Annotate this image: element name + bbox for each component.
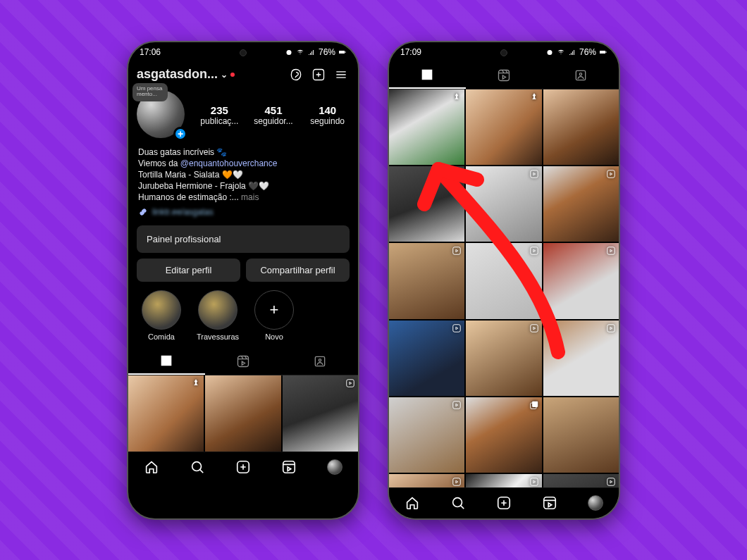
svg-rect-31: [607, 478, 615, 486]
username-dropdown[interactable]: asgatasdon... ⌄: [137, 67, 282, 82]
reels-badge-icon: [452, 169, 462, 179]
post-tile[interactable]: [543, 243, 619, 318]
highlight-new[interactable]: + Novo: [252, 290, 296, 341]
battery-icon: [599, 48, 607, 56]
svg-rect-1: [339, 51, 345, 54]
share-profile-button[interactable]: Compartilhar perfil: [246, 259, 350, 282]
post-tile[interactable]: [466, 397, 541, 473]
bio-more-link[interactable]: mais: [241, 192, 259, 202]
bio-line: Tortilla Maria - Sialata 🧡🤍: [138, 169, 348, 180]
svg-rect-22: [607, 247, 615, 255]
post-tile[interactable]: [466, 89, 541, 165]
reels-badge-icon: [452, 477, 462, 487]
svg-point-32: [452, 498, 462, 507]
reels-badge-icon: [606, 477, 616, 487]
post-tile[interactable]: [466, 474, 541, 487]
camera-notch: [500, 49, 507, 56]
tab-reels[interactable]: [205, 348, 282, 375]
nav-home-icon[interactable]: [144, 459, 159, 475]
professional-dashboard-button[interactable]: Painel profissional: [137, 225, 350, 253]
svg-rect-20: [453, 247, 461, 255]
profile-avatar[interactable]: Um pensa mento... +: [137, 90, 187, 141]
svg-rect-18: [530, 170, 538, 178]
highlight-item[interactable]: Travessuras: [196, 290, 240, 341]
post-tile[interactable]: [128, 375, 204, 451]
wifi-icon: [557, 48, 565, 56]
post-tile[interactable]: [389, 474, 464, 487]
reels-badge-icon: [529, 477, 539, 487]
svg-point-8: [192, 462, 201, 471]
reels-badge-icon: [452, 400, 462, 410]
nav-home-icon[interactable]: [405, 495, 420, 511]
stat-posts[interactable]: 235 publicaç...: [197, 104, 242, 126]
tab-grid[interactable]: [389, 62, 466, 89]
stat-label: seguidor...: [252, 116, 296, 126]
tagged-icon: [574, 68, 588, 82]
bio-line: Duas gatas incríveis 🐾: [138, 147, 348, 158]
post-tile[interactable]: [466, 166, 541, 242]
edit-profile-button[interactable]: Editar perfil: [137, 259, 240, 282]
add-story-icon[interactable]: +: [173, 127, 187, 141]
post-tile[interactable]: [389, 243, 464, 318]
svg-rect-13: [606, 51, 607, 53]
post-tile[interactable]: [205, 375, 280, 451]
post-tile[interactable]: [543, 397, 619, 473]
phone-right: 17:09 76%: [388, 41, 620, 520]
post-tile[interactable]: [389, 321, 464, 396]
nav-search-icon[interactable]: [450, 495, 466, 511]
nav-reels-icon[interactable]: [542, 495, 557, 511]
svg-rect-26: [453, 402, 461, 409]
pin-icon: [529, 92, 539, 102]
tab-reels[interactable]: [466, 62, 543, 89]
wifi-icon: [296, 48, 304, 56]
tab-grid[interactable]: [128, 348, 205, 375]
nav-search-icon[interactable]: [190, 459, 205, 475]
stat-label: seguindo: [305, 116, 350, 126]
link-icon: [138, 207, 148, 217]
nav-create-icon[interactable]: [235, 459, 251, 475]
tab-tagged[interactable]: [542, 62, 619, 89]
svg-rect-17: [453, 170, 461, 178]
threads-icon[interactable]: [288, 66, 304, 83]
highlight-label: Comida: [140, 332, 183, 341]
bottom-nav: [389, 487, 619, 518]
post-tile[interactable]: [543, 321, 619, 396]
bio-mention-link[interactable]: @enquantohouverchance: [180, 158, 278, 168]
pin-icon: [191, 378, 201, 388]
post-tile[interactable]: [389, 89, 464, 165]
post-tile[interactable]: [389, 397, 464, 473]
svg-rect-29: [453, 478, 461, 486]
story-note[interactable]: Um pensa mento...: [132, 83, 168, 101]
highlights-row: Comida Travessuras + Novo: [128, 286, 358, 348]
post-tile[interactable]: [543, 474, 619, 487]
notification-dot: [230, 73, 235, 77]
stat-following[interactable]: 140 seguindo: [305, 104, 350, 126]
reels-badge-icon: [606, 169, 616, 179]
profile-tabs: [128, 348, 358, 375]
post-tile[interactable]: [466, 321, 541, 396]
svg-rect-19: [607, 170, 615, 178]
post-tile[interactable]: [283, 375, 358, 451]
bottom-nav: [128, 452, 358, 483]
nav-create-icon[interactable]: [496, 495, 512, 511]
highlight-item[interactable]: Comida: [140, 290, 183, 341]
tab-tagged[interactable]: [281, 348, 358, 375]
post-tile[interactable]: [543, 89, 619, 165]
post-tile[interactable]: [543, 166, 619, 242]
stat-followers[interactable]: 451 seguidor...: [252, 104, 296, 126]
profile-actions: Editar perfil Compartilhar perfil: [128, 257, 358, 286]
hamburger-menu-icon[interactable]: [333, 66, 350, 83]
reels-badge-icon: [529, 246, 539, 256]
status-icons: 76%: [545, 47, 607, 57]
bio-link-row[interactable]: linktr.ee/asgatas: [128, 207, 358, 221]
nav-profile-icon[interactable]: [327, 459, 342, 475]
svg-rect-27: [532, 402, 538, 407]
create-post-icon[interactable]: [310, 66, 327, 83]
bio-line: Viemos da @enquantohouverchance: [138, 158, 348, 169]
post-tile[interactable]: [466, 243, 541, 318]
multi-post-icon: [529, 400, 539, 410]
bio-link-text: linktr.ee/asgatas: [152, 207, 214, 217]
nav-profile-icon[interactable]: [588, 495, 603, 511]
post-tile[interactable]: [389, 166, 464, 242]
nav-reels-icon[interactable]: [281, 459, 297, 475]
